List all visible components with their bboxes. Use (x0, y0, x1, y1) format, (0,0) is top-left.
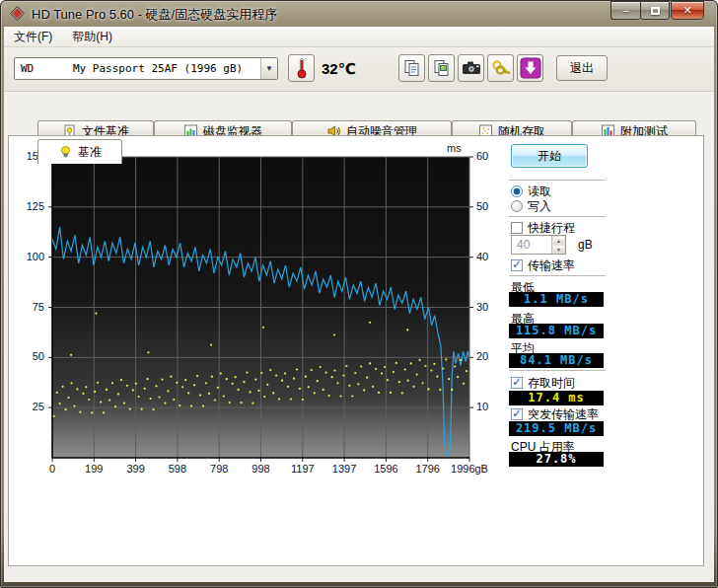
benchmark-panel: MB/s ms 开始 读取 写入 快捷行程 40 ▲▼ gB 传输速率 最低 1… (8, 135, 704, 566)
save-results-icon (520, 57, 541, 79)
short-stroke-checkbox[interactable] (511, 222, 523, 234)
benchmark-chart (44, 151, 478, 465)
min-transfer-value: 1.1 MB/s (509, 292, 604, 307)
status-area (4, 566, 714, 582)
minimize-button[interactable]: – (610, 1, 640, 20)
x-axis-tick-label: 998 (251, 463, 269, 475)
client-area: 文件(F) 帮助(H) WD My Passport 25AF (1996 gB… (4, 27, 714, 582)
start-button[interactable]: 开始 (511, 144, 588, 168)
maximize-icon (651, 7, 660, 15)
title-bar[interactable]: HD Tune Pro 5.60 - 硬盘/固态硬盘实用程序 – ✕ (0, 0, 718, 27)
save-results-button[interactable] (517, 54, 543, 82)
temperature-value: 32℃ (322, 60, 356, 78)
capacity-value: 40 (512, 238, 551, 252)
x-axis-tick-label: 598 (169, 463, 186, 475)
toolbar: WD My Passport 25AF (1996 gB) ▼ 32℃ (4, 47, 714, 92)
y-right-tick-label: 50 (476, 200, 502, 213)
app-icon (10, 6, 25, 21)
x-axis-tick-label: 1596 (374, 463, 397, 475)
transfer-rate-checkbox[interactable] (511, 259, 523, 271)
read-radio[interactable] (511, 185, 523, 197)
spinner-up-icon[interactable]: ▲ (552, 236, 565, 245)
access-time-value: 17.4 ms (509, 391, 604, 405)
tab-label: 基准 (78, 144, 102, 161)
license-keys-button[interactable] (487, 54, 514, 82)
burst-rate-checkbox[interactable] (511, 408, 523, 420)
tab-benchmark[interactable]: 基准 (37, 139, 122, 164)
capacity-spinner[interactable]: 40 ▲▼ (511, 235, 566, 255)
y-left-tick-label: 100 (13, 251, 44, 263)
x-axis-tick-label: 1397 (332, 463, 356, 475)
y-left-tick-label: 25 (13, 401, 44, 413)
x-axis-tick-label: 199 (85, 463, 103, 475)
x-axis-tick-label: 399 (126, 463, 144, 475)
close-button[interactable]: ✕ (671, 1, 704, 20)
close-icon: ✕ (682, 5, 691, 16)
window-controls: – ✕ (610, 1, 704, 20)
menu-help[interactable]: 帮助(H) (62, 27, 122, 46)
separator (509, 216, 606, 218)
lightbulb-icon (58, 145, 73, 159)
copy-text-button[interactable] (398, 54, 425, 82)
transfer-rate-label: 传输速率 (528, 257, 575, 274)
x-axis-tick-label: 1197 (291, 463, 315, 475)
x-axis-tick-label: 1796 (415, 463, 439, 475)
access-time-checkbox[interactable] (511, 377, 523, 389)
copy-image-button[interactable] (428, 54, 455, 82)
separator (509, 370, 606, 372)
capacity-unit-label: gB (578, 238, 593, 252)
copy-image-icon (433, 59, 451, 77)
menu-bar: 文件(F) 帮助(H) (4, 27, 714, 47)
spinner-down-icon[interactable]: ▼ (552, 245, 565, 254)
x-axis-tick-label: 0 (49, 463, 55, 475)
copy-text-icon (403, 59, 421, 77)
burst-rate-label: 突发传输速率 (528, 406, 599, 423)
app-window: HD Tune Pro 5.60 - 硬盘/固态硬盘实用程序 – ✕ 文件(F)… (0, 0, 718, 588)
y-left-tick-label: 50 (13, 350, 44, 363)
avg-transfer-value: 84.1 MB/s (509, 353, 604, 368)
short-stroke-label: 快捷行程 (528, 220, 575, 237)
y-right-tick-label: 60 (476, 150, 502, 163)
y-right-tick-label: 20 (476, 350, 502, 363)
write-radio[interactable] (511, 200, 523, 212)
separator (509, 275, 606, 277)
max-transfer-value: 115.8 MB/s (509, 324, 604, 338)
keys-icon (491, 59, 511, 77)
x-axis-tick-label: 1996gB (451, 463, 488, 475)
y-right-tick-label: 30 (476, 301, 502, 314)
access-time-label: 存取时间 (528, 375, 575, 392)
menu-file[interactable]: 文件(F) (4, 27, 62, 46)
drive-select[interactable]: WD My Passport 25AF (1996 gB) ▼ (14, 57, 278, 80)
screenshot-button[interactable] (458, 54, 484, 82)
drive-select-value: WD My Passport 25AF (1996 gB) (15, 62, 260, 75)
y-left-tick-label: 75 (13, 301, 44, 314)
temperature-button[interactable] (288, 54, 315, 82)
x-axis-tick-label: 798 (210, 463, 228, 475)
minimize-icon: – (622, 5, 628, 16)
chevron-down-icon[interactable]: ▼ (260, 58, 277, 79)
burst-rate-value: 219.5 MB/s (509, 421, 604, 436)
cpu-usage-value: 27.8% (509, 452, 604, 467)
thermometer-icon (296, 57, 308, 79)
window-title: HD Tune Pro 5.60 - 硬盘/固态硬盘实用程序 (32, 6, 277, 24)
y-right-tick-label: 40 (476, 251, 502, 263)
exit-button[interactable]: 退出 (556, 55, 608, 81)
y-left-tick-label: 125 (13, 200, 44, 213)
maximize-button[interactable] (640, 1, 670, 20)
separator (509, 180, 606, 182)
y-right-tick-label: 10 (476, 401, 502, 413)
write-radio-label: 写入 (528, 198, 551, 215)
camera-icon (462, 60, 481, 76)
